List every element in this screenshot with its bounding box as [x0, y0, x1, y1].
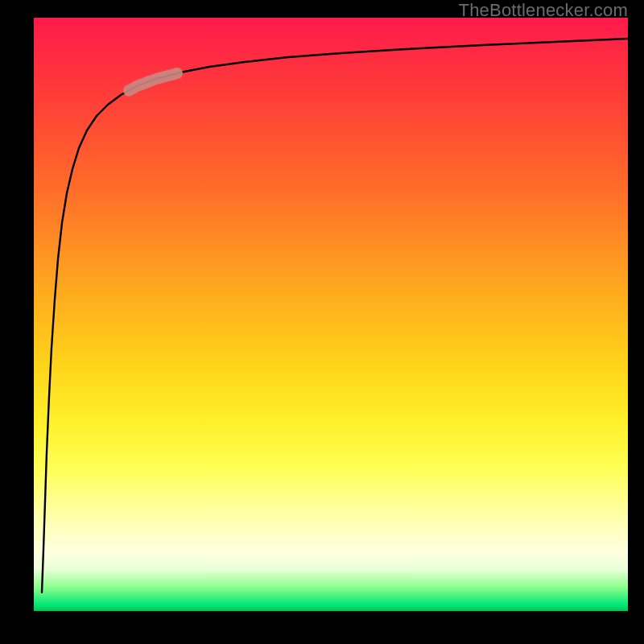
chart-frame: TheBottlenecker.com	[0, 0, 644, 644]
bottleneck-curve	[42, 39, 628, 592]
plot-area	[34, 18, 628, 611]
highlight-segment	[129, 73, 177, 90]
curve-layer	[34, 18, 628, 611]
